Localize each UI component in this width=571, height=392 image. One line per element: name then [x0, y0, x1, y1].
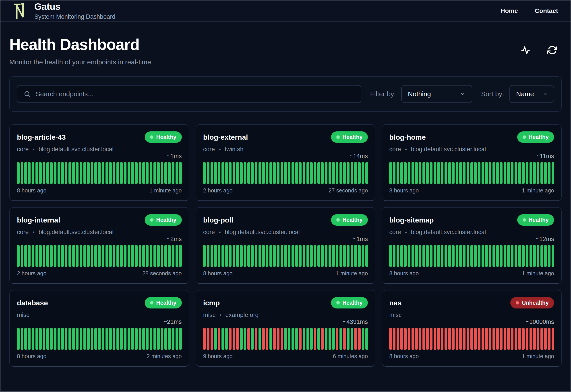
status-bar[interactable]	[467, 162, 469, 184]
status-bar[interactable]	[210, 162, 213, 184]
status-bar[interactable]	[39, 245, 42, 267]
status-bar[interactable]	[172, 328, 174, 350]
status-bar[interactable]	[295, 328, 298, 350]
status-bar[interactable]	[39, 162, 42, 184]
status-bar[interactable]	[434, 328, 436, 350]
status-bar[interactable]	[218, 162, 221, 184]
status-bar[interactable]	[102, 162, 104, 184]
status-bar[interactable]	[270, 245, 272, 267]
status-bar[interactable]	[415, 328, 418, 350]
status-bar[interactable]	[116, 245, 119, 267]
status-bar[interactable]	[544, 162, 547, 184]
status-bar[interactable]	[68, 162, 71, 184]
status-bar[interactable]	[225, 245, 228, 267]
status-bar[interactable]	[43, 328, 45, 350]
status-bar[interactable]	[229, 328, 231, 350]
status-bar[interactable]	[408, 328, 410, 350]
status-bar[interactable]	[76, 162, 79, 184]
status-bar[interactable]	[146, 162, 149, 184]
endpoint-card[interactable]: icmp Healthy misc • example.org ~4391ms …	[195, 290, 376, 367]
endpoint-card[interactable]: database Healthy misc ~21ms 8 hours ago …	[9, 290, 189, 367]
status-bar[interactable]	[489, 328, 492, 350]
status-bar[interactable]	[277, 162, 280, 184]
status-bar[interactable]	[336, 328, 339, 350]
status-bar[interactable]	[393, 328, 396, 350]
status-bar[interactable]	[507, 245, 510, 267]
status-bar[interactable]	[233, 162, 235, 184]
status-bar[interactable]	[288, 328, 291, 350]
status-bar[interactable]	[411, 245, 414, 267]
status-bar[interactable]	[351, 245, 353, 267]
status-bar[interactable]	[288, 162, 291, 184]
status-bar[interactable]	[329, 245, 331, 267]
status-bar[interactable]	[266, 328, 269, 350]
status-bar[interactable]	[445, 162, 447, 184]
status-bar[interactable]	[496, 162, 499, 184]
status-bar[interactable]	[541, 245, 543, 267]
status-bar[interactable]	[153, 328, 156, 350]
status-bar[interactable]	[233, 245, 235, 267]
status-bar[interactable]	[43, 162, 45, 184]
status-bar[interactable]	[306, 328, 309, 350]
status-bar[interactable]	[32, 162, 34, 184]
status-bar[interactable]	[365, 245, 368, 267]
status-bar[interactable]	[441, 328, 444, 350]
status-bar[interactable]	[321, 245, 324, 267]
status-bar[interactable]	[400, 328, 403, 350]
status-bar[interactable]	[470, 162, 473, 184]
status-bar[interactable]	[214, 162, 217, 184]
status-bar[interactable]	[270, 162, 272, 184]
status-bar[interactable]	[314, 245, 316, 267]
status-bar[interactable]	[340, 245, 342, 267]
status-bar[interactable]	[24, 328, 27, 350]
status-bar[interactable]	[332, 245, 335, 267]
status-bar[interactable]	[255, 245, 257, 267]
status-bar[interactable]	[500, 245, 503, 267]
status-bar[interactable]	[485, 162, 488, 184]
status-bar[interactable]	[393, 162, 396, 184]
status-bar[interactable]	[445, 245, 447, 267]
status-bar[interactable]	[153, 245, 156, 267]
status-bar[interactable]	[35, 245, 38, 267]
status-bar[interactable]	[277, 328, 280, 350]
status-bar[interactable]	[68, 328, 71, 350]
status-bar[interactable]	[422, 245, 425, 267]
status-bar[interactable]	[362, 328, 364, 350]
status-bar[interactable]	[467, 245, 469, 267]
status-bar[interactable]	[358, 245, 361, 267]
status-bar[interactable]	[434, 162, 436, 184]
status-bar[interactable]	[354, 245, 357, 267]
status-bar[interactable]	[139, 245, 141, 267]
status-bar[interactable]	[544, 328, 547, 350]
status-bar[interactable]	[496, 245, 499, 267]
status-bar[interactable]	[533, 245, 536, 267]
status-bar[interactable]	[203, 162, 206, 184]
search-input[interactable]	[17, 85, 361, 103]
status-bar[interactable]	[35, 328, 38, 350]
status-bar[interactable]	[179, 162, 182, 184]
status-bar[interactable]	[146, 328, 149, 350]
status-bar[interactable]	[65, 245, 68, 267]
status-bar[interactable]	[393, 245, 396, 267]
status-bar[interactable]	[467, 328, 469, 350]
status-bar[interactable]	[46, 328, 49, 350]
status-bar[interactable]	[61, 328, 64, 350]
filter-select[interactable]: Nothing	[401, 85, 472, 103]
status-bar[interactable]	[397, 162, 399, 184]
status-bar[interactable]	[32, 328, 34, 350]
status-bar[interactable]	[347, 245, 349, 267]
status-bar[interactable]	[72, 162, 75, 184]
status-bar[interactable]	[80, 162, 82, 184]
status-bar[interactable]	[233, 328, 235, 350]
status-bar[interactable]	[83, 245, 86, 267]
status-bar[interactable]	[207, 162, 210, 184]
status-bar[interactable]	[456, 245, 458, 267]
status-bar[interactable]	[157, 162, 160, 184]
status-bar[interactable]	[295, 162, 298, 184]
status-bar[interactable]	[251, 162, 254, 184]
status-bar[interactable]	[164, 328, 167, 350]
status-bar[interactable]	[161, 245, 164, 267]
status-bar[interactable]	[142, 162, 145, 184]
status-bar[interactable]	[347, 328, 349, 350]
status-bar[interactable]	[54, 162, 56, 184]
